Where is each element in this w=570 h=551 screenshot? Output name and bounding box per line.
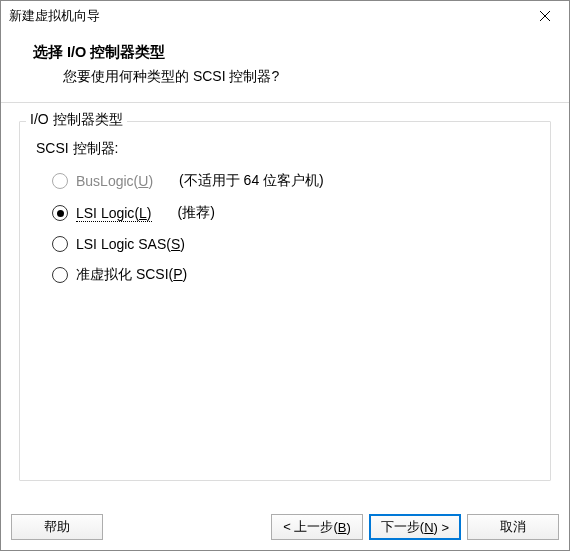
option-hint-buslogic: (不适用于 64 位客户机) xyxy=(179,172,324,190)
window-title: 新建虚拟机向导 xyxy=(9,8,100,25)
group-label: I/O 控制器类型 xyxy=(26,111,127,129)
wizard-footer: 帮助 < 上一步(B) 下一步(N) > 取消 xyxy=(1,507,569,550)
option-lsilogic-sas[interactable]: LSI Logic SAS(S) xyxy=(52,236,534,252)
option-label-lsilogic-sas: LSI Logic SAS(S) xyxy=(76,236,185,252)
content-area: I/O 控制器类型 SCSI 控制器: BusLogic(U) (不适用于 64… xyxy=(1,103,569,507)
wizard-header: 选择 I/O 控制器类型 您要使用何种类型的 SCSI 控制器? xyxy=(1,31,569,102)
page-subtitle: 您要使用何种类型的 SCSI 控制器? xyxy=(33,68,565,86)
radio-lsilogic[interactable] xyxy=(52,205,68,221)
radio-paravirtual[interactable] xyxy=(52,267,68,283)
option-label-lsilogic: LSI Logic(L) xyxy=(76,205,152,221)
option-label-paravirtual: 准虚拟化 SCSI(P) xyxy=(76,266,187,284)
radio-lsilogic-sas[interactable] xyxy=(52,236,68,252)
radio-buslogic xyxy=(52,173,68,189)
scsi-controller-label: SCSI 控制器: xyxy=(36,140,534,158)
cancel-button[interactable]: 取消 xyxy=(467,514,559,540)
option-label-buslogic: BusLogic(U) xyxy=(76,173,153,189)
io-controller-group: I/O 控制器类型 SCSI 控制器: BusLogic(U) (不适用于 64… xyxy=(19,121,551,481)
close-button[interactable] xyxy=(525,2,565,30)
option-buslogic: BusLogic(U) (不适用于 64 位客户机) xyxy=(52,172,534,190)
help-button[interactable]: 帮助 xyxy=(11,514,103,540)
wizard-window: 新建虚拟机向导 选择 I/O 控制器类型 您要使用何种类型的 SCSI 控制器?… xyxy=(0,0,570,551)
option-paravirtual[interactable]: 准虚拟化 SCSI(P) xyxy=(52,266,534,284)
option-lsilogic[interactable]: LSI Logic(L) (推荐) xyxy=(52,204,534,222)
back-button[interactable]: < 上一步(B) xyxy=(271,514,363,540)
close-icon xyxy=(540,11,550,21)
title-bar: 新建虚拟机向导 xyxy=(1,1,569,31)
page-title: 选择 I/O 控制器类型 xyxy=(33,43,565,62)
option-hint-lsilogic: (推荐) xyxy=(178,204,215,222)
next-button[interactable]: 下一步(N) > xyxy=(369,514,461,540)
